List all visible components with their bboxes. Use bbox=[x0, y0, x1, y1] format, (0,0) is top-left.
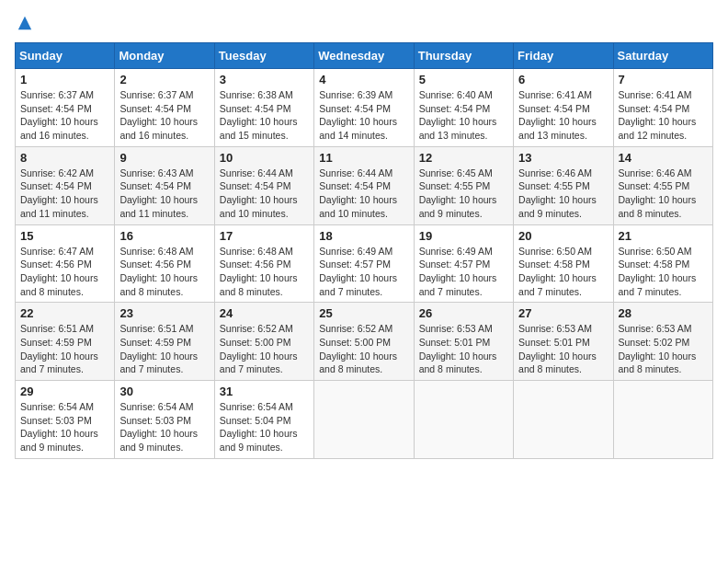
calendar-cell bbox=[613, 381, 712, 459]
calendar-cell: 1Sunrise: 6:37 AMSunset: 4:54 PMDaylight… bbox=[16, 69, 115, 147]
day-number: 14 bbox=[619, 151, 708, 165]
day-number: 16 bbox=[119, 229, 209, 243]
day-number: 10 bbox=[220, 151, 309, 165]
calendar-week-2: 8Sunrise: 6:42 AMSunset: 4:54 PMDaylight… bbox=[16, 146, 713, 224]
logo bbox=[15, 15, 33, 31]
day-number: 2 bbox=[119, 73, 209, 86]
day-detail: Sunrise: 6:42 AMSunset: 4:54 PMDaylight:… bbox=[20, 167, 109, 221]
calendar-cell: 25Sunrise: 6:52 AMSunset: 5:00 PMDayligh… bbox=[314, 303, 414, 381]
calendar-cell: 7Sunrise: 6:41 AMSunset: 4:54 PMDaylight… bbox=[613, 69, 712, 147]
day-detail: Sunrise: 6:52 AMSunset: 5:00 PMDaylight:… bbox=[319, 322, 408, 376]
day-number: 11 bbox=[319, 151, 408, 165]
calendar-cell: 10Sunrise: 6:44 AMSunset: 4:54 PMDayligh… bbox=[214, 146, 313, 224]
day-detail: Sunrise: 6:52 AMSunset: 5:00 PMDaylight:… bbox=[220, 322, 309, 376]
day-detail: Sunrise: 6:46 AMSunset: 4:55 PMDaylight:… bbox=[518, 167, 608, 221]
day-detail: Sunrise: 6:39 AMSunset: 4:54 PMDaylight:… bbox=[319, 88, 408, 143]
calendar-cell: 26Sunrise: 6:53 AMSunset: 5:01 PMDayligh… bbox=[414, 303, 513, 381]
calendar-cell bbox=[414, 381, 513, 459]
day-detail: Sunrise: 6:49 AMSunset: 4:57 PMDaylight:… bbox=[419, 245, 508, 299]
calendar-cell: 2Sunrise: 6:37 AMSunset: 4:54 PMDaylight… bbox=[115, 69, 214, 147]
calendar-cell: 13Sunrise: 6:46 AMSunset: 4:55 PMDayligh… bbox=[514, 146, 613, 224]
calendar-week-4: 22Sunrise: 6:51 AMSunset: 4:59 PMDayligh… bbox=[16, 303, 713, 381]
header-saturday: Saturday bbox=[613, 43, 712, 69]
logo-icon bbox=[17, 15, 33, 31]
day-detail: Sunrise: 6:37 AMSunset: 4:54 PMDaylight:… bbox=[20, 88, 109, 143]
calendar-table: SundayMondayTuesdayWednesdayThursdayFrid… bbox=[15, 42, 713, 459]
header-monday: Monday bbox=[115, 43, 214, 69]
day-number: 26 bbox=[419, 306, 508, 320]
day-detail: Sunrise: 6:54 AMSunset: 5:03 PMDaylight:… bbox=[119, 400, 209, 454]
day-number: 20 bbox=[518, 229, 608, 243]
day-detail: Sunrise: 6:54 AMSunset: 5:04 PMDaylight:… bbox=[220, 400, 309, 454]
day-number: 19 bbox=[419, 229, 508, 243]
calendar-cell: 14Sunrise: 6:46 AMSunset: 4:55 PMDayligh… bbox=[613, 146, 712, 224]
day-number: 4 bbox=[319, 73, 408, 86]
calendar-cell: 21Sunrise: 6:50 AMSunset: 4:58 PMDayligh… bbox=[613, 224, 712, 303]
calendar-cell bbox=[314, 381, 414, 459]
calendar-cell: 8Sunrise: 6:42 AMSunset: 4:54 PMDaylight… bbox=[16, 146, 115, 224]
day-number: 30 bbox=[119, 385, 209, 398]
day-number: 23 bbox=[119, 306, 209, 320]
day-detail: Sunrise: 6:53 AMSunset: 5:01 PMDaylight:… bbox=[419, 322, 508, 376]
calendar-cell: 15Sunrise: 6:47 AMSunset: 4:56 PMDayligh… bbox=[16, 224, 115, 303]
day-detail: Sunrise: 6:43 AMSunset: 4:54 PMDaylight:… bbox=[119, 167, 209, 221]
day-detail: Sunrise: 6:53 AMSunset: 5:01 PMDaylight:… bbox=[518, 322, 608, 376]
calendar-cell: 28Sunrise: 6:53 AMSunset: 5:02 PMDayligh… bbox=[613, 303, 712, 381]
day-detail: Sunrise: 6:50 AMSunset: 4:58 PMDaylight:… bbox=[619, 245, 708, 299]
day-number: 17 bbox=[220, 229, 309, 243]
day-number: 8 bbox=[20, 151, 109, 165]
calendar-cell: 11Sunrise: 6:44 AMSunset: 4:54 PMDayligh… bbox=[314, 146, 414, 224]
header-sunday: Sunday bbox=[16, 43, 115, 69]
day-detail: Sunrise: 6:50 AMSunset: 4:58 PMDaylight:… bbox=[518, 245, 608, 299]
calendar-cell: 29Sunrise: 6:54 AMSunset: 5:03 PMDayligh… bbox=[16, 381, 115, 459]
header-friday: Friday bbox=[514, 43, 613, 69]
calendar-cell: 22Sunrise: 6:51 AMSunset: 4:59 PMDayligh… bbox=[16, 303, 115, 381]
day-number: 24 bbox=[220, 306, 309, 320]
header-thursday: Thursday bbox=[414, 43, 513, 69]
day-detail: Sunrise: 6:44 AMSunset: 4:54 PMDaylight:… bbox=[319, 167, 408, 221]
day-detail: Sunrise: 6:37 AMSunset: 4:54 PMDaylight:… bbox=[119, 88, 209, 143]
calendar-cell: 20Sunrise: 6:50 AMSunset: 4:58 PMDayligh… bbox=[514, 224, 613, 303]
day-number: 28 bbox=[619, 306, 708, 320]
day-number: 15 bbox=[20, 229, 109, 243]
day-number: 1 bbox=[20, 73, 109, 86]
day-detail: Sunrise: 6:44 AMSunset: 4:54 PMDaylight:… bbox=[220, 167, 309, 221]
day-number: 31 bbox=[220, 385, 309, 398]
page-header bbox=[15, 15, 713, 31]
calendar-cell: 17Sunrise: 6:48 AMSunset: 4:56 PMDayligh… bbox=[214, 224, 313, 303]
calendar-cell: 5Sunrise: 6:40 AMSunset: 4:54 PMDaylight… bbox=[414, 69, 513, 147]
day-detail: Sunrise: 6:46 AMSunset: 4:55 PMDaylight:… bbox=[619, 167, 708, 221]
day-detail: Sunrise: 6:40 AMSunset: 4:54 PMDaylight:… bbox=[419, 88, 508, 143]
day-detail: Sunrise: 6:48 AMSunset: 4:56 PMDaylight:… bbox=[119, 245, 209, 299]
day-number: 25 bbox=[319, 306, 408, 320]
day-detail: Sunrise: 6:41 AMSunset: 4:54 PMDaylight:… bbox=[518, 88, 608, 143]
day-detail: Sunrise: 6:51 AMSunset: 4:59 PMDaylight:… bbox=[119, 322, 209, 376]
calendar-cell: 12Sunrise: 6:45 AMSunset: 4:55 PMDayligh… bbox=[414, 146, 513, 224]
day-number: 3 bbox=[220, 73, 309, 86]
calendar-cell: 9Sunrise: 6:43 AMSunset: 4:54 PMDaylight… bbox=[115, 146, 214, 224]
day-number: 7 bbox=[619, 73, 708, 86]
day-detail: Sunrise: 6:51 AMSunset: 4:59 PMDaylight:… bbox=[20, 322, 109, 376]
calendar-cell: 24Sunrise: 6:52 AMSunset: 5:00 PMDayligh… bbox=[214, 303, 313, 381]
calendar-cell: 3Sunrise: 6:38 AMSunset: 4:54 PMDaylight… bbox=[214, 69, 313, 147]
calendar-cell bbox=[514, 381, 613, 459]
day-number: 22 bbox=[20, 306, 109, 320]
day-detail: Sunrise: 6:41 AMSunset: 4:54 PMDaylight:… bbox=[619, 88, 708, 143]
day-number: 29 bbox=[20, 385, 109, 398]
calendar-cell: 6Sunrise: 6:41 AMSunset: 4:54 PMDaylight… bbox=[514, 69, 613, 147]
day-detail: Sunrise: 6:53 AMSunset: 5:02 PMDaylight:… bbox=[619, 322, 708, 376]
day-number: 21 bbox=[619, 229, 708, 243]
day-detail: Sunrise: 6:49 AMSunset: 4:57 PMDaylight:… bbox=[319, 245, 408, 299]
day-detail: Sunrise: 6:54 AMSunset: 5:03 PMDaylight:… bbox=[20, 400, 109, 454]
calendar-week-1: 1Sunrise: 6:37 AMSunset: 4:54 PMDaylight… bbox=[16, 69, 713, 147]
header-wednesday: Wednesday bbox=[314, 43, 414, 69]
day-number: 5 bbox=[419, 73, 508, 86]
calendar-cell: 4Sunrise: 6:39 AMSunset: 4:54 PMDaylight… bbox=[314, 69, 414, 147]
calendar-week-3: 15Sunrise: 6:47 AMSunset: 4:56 PMDayligh… bbox=[16, 224, 713, 303]
calendar-cell: 23Sunrise: 6:51 AMSunset: 4:59 PMDayligh… bbox=[115, 303, 214, 381]
day-detail: Sunrise: 6:38 AMSunset: 4:54 PMDaylight:… bbox=[220, 88, 309, 143]
day-number: 18 bbox=[319, 229, 408, 243]
day-detail: Sunrise: 6:48 AMSunset: 4:56 PMDaylight:… bbox=[220, 245, 309, 299]
day-number: 12 bbox=[419, 151, 508, 165]
day-detail: Sunrise: 6:47 AMSunset: 4:56 PMDaylight:… bbox=[20, 245, 109, 299]
